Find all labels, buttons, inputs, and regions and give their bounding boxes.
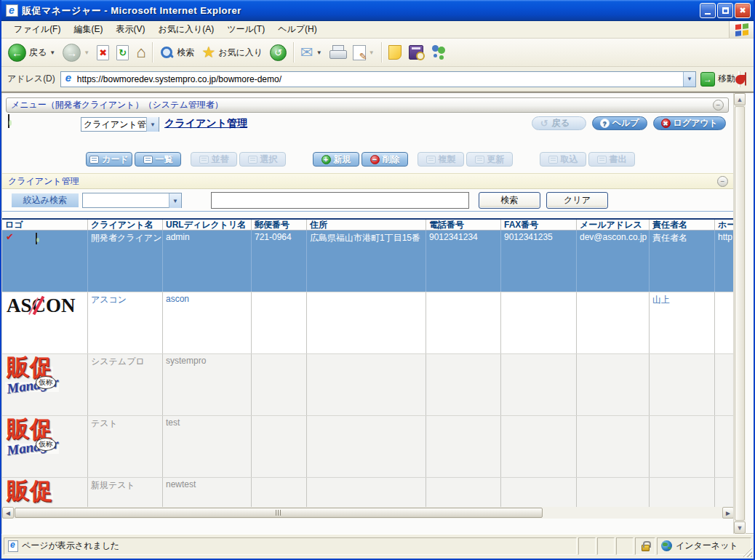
- page-menu-header: メニュー（開発者クライアント）（システム管理者） −: [6, 97, 729, 113]
- toolbar-separator: [152, 42, 153, 63]
- research-button[interactable]: [405, 44, 427, 61]
- col-url-dir[interactable]: URLディレクトリ名: [163, 220, 252, 230]
- col-fax[interactable]: FAX番号: [501, 220, 577, 230]
- status-pane: [597, 537, 615, 555]
- research-book-icon: [409, 45, 423, 60]
- filter-search-button[interactable]: 検索: [479, 192, 540, 209]
- address-label: アドレス(D): [4, 73, 60, 85]
- scroll-down-icon[interactable]: ▼: [734, 521, 746, 534]
- section-title: クライアント管理: [8, 175, 717, 188]
- menu-favorites[interactable]: お気に入り(A): [151, 22, 220, 37]
- menu-tools[interactable]: ツール(T): [220, 22, 271, 37]
- card-view-button[interactable]: カード: [86, 152, 132, 167]
- delete-minus-icon: −: [370, 155, 380, 164]
- card-view-icon: [89, 156, 99, 164]
- toolbar-separator: [293, 42, 294, 63]
- col-logo[interactable]: ロゴ: [2, 220, 88, 230]
- scroll-right-icon[interactable]: ►: [722, 507, 733, 519]
- cell-manager: [650, 354, 715, 415]
- cell-zip: 721-0964: [252, 231, 307, 292]
- refresh-button[interactable]: ↻: [113, 44, 132, 62]
- messenger-button[interactable]: [427, 44, 452, 61]
- print-button[interactable]: [326, 44, 349, 62]
- section-header: クライアント管理 −: [2, 173, 733, 189]
- table-row[interactable]: ASCON アスコン ascon 山上: [2, 292, 733, 354]
- menu-file[interactable]: ファイル(F): [7, 22, 67, 37]
- favorites-button[interactable]: ★ お気に入り: [198, 42, 266, 63]
- mail-button[interactable]: ✉ ▼: [297, 42, 326, 63]
- search-button[interactable]: 検索: [156, 44, 198, 61]
- cell-address: [307, 478, 426, 507]
- go-button[interactable]: → 移動: [700, 72, 735, 87]
- table-row[interactable]: 販促 Manager 仮称 システムプロ systempro: [2, 354, 733, 416]
- pdf-toolbar-zone: [740, 71, 751, 87]
- menu-view[interactable]: 表示(V): [109, 22, 151, 37]
- col-tel[interactable]: 電話番号: [426, 220, 501, 230]
- table-row[interactable]: 販促 新規テスト newtest: [2, 478, 733, 507]
- cell-address: [307, 292, 426, 353]
- col-zip[interactable]: 郵便番号: [252, 220, 307, 230]
- adobe-pdf-icon[interactable]: [745, 72, 746, 86]
- module-select[interactable]: クライアント管理 ▼: [81, 117, 159, 132]
- address-field[interactable]: ▼: [60, 71, 696, 87]
- back-dropdown-icon[interactable]: ▼: [49, 49, 55, 56]
- horizontal-scrollbar[interactable]: ◄ ►: [2, 507, 733, 519]
- home-button[interactable]: ⌂: [132, 44, 149, 61]
- close-button[interactable]: ✖: [735, 3, 751, 18]
- update-button: 更新: [466, 152, 513, 167]
- status-message: ページが表示されました: [22, 540, 119, 552]
- scroll-left-icon[interactable]: ◄: [2, 507, 14, 519]
- vertical-scroll-thumb[interactable]: [735, 106, 745, 521]
- back-button[interactable]: ← 戻る ▼: [4, 42, 59, 63]
- cell-client-name: テスト: [88, 416, 163, 477]
- horizontal-scroll-thumb[interactable]: [15, 508, 543, 518]
- address-dropdown-icon[interactable]: ▼: [683, 72, 695, 87]
- module-select-arrow-icon[interactable]: ▼: [146, 117, 159, 132]
- stop-button[interactable]: ✖: [93, 44, 113, 62]
- forward-button[interactable]: → ▼: [59, 42, 93, 63]
- favorites-label: お気に入り: [218, 47, 263, 59]
- collapse-section-icon[interactable]: −: [717, 176, 728, 187]
- cell-fax: [501, 354, 577, 415]
- url-favicon: [63, 73, 75, 85]
- back-icon: ←: [8, 44, 26, 62]
- new-button[interactable]: + 新規: [313, 152, 359, 167]
- scroll-up-icon[interactable]: ▲: [734, 93, 746, 105]
- history-button[interactable]: ↺: [266, 43, 290, 63]
- filter-keyword-input[interactable]: [211, 192, 469, 209]
- mail-dropdown-icon[interactable]: ▼: [316, 49, 322, 56]
- list-view-button[interactable]: 一覧: [135, 152, 181, 167]
- edit-button[interactable]: ▼: [349, 44, 378, 62]
- module-link[interactable]: クライアント管理: [164, 117, 247, 130]
- page-back-icon: ↺: [540, 119, 549, 128]
- col-address[interactable]: 住所: [307, 220, 426, 230]
- col-email[interactable]: メールアドレス: [577, 220, 650, 230]
- col-client-name[interactable]: クライアント名: [88, 220, 163, 230]
- filter-select-arrow-icon[interactable]: ▼: [169, 193, 181, 208]
- logout-button[interactable]: ✖ ログアウト: [653, 116, 726, 130]
- discuss-button[interactable]: [385, 44, 405, 61]
- minimize-button[interactable]: [700, 3, 716, 18]
- delete-button[interactable]: − 削除: [361, 152, 408, 167]
- cell-url-dir: systempro: [163, 354, 252, 415]
- vertical-scrollbar[interactable]: ▲ ▼: [733, 93, 746, 534]
- menu-help[interactable]: ヘルプ(H): [271, 22, 324, 37]
- filter-select[interactable]: ▼: [82, 193, 182, 208]
- list-view-icon: [143, 156, 153, 164]
- collapse-panel-icon[interactable]: −: [713, 100, 724, 111]
- messenger-icon: [431, 45, 448, 60]
- table-row[interactable]: ✔ 開発者クライアント admin 721-0964 広島県福山市港町1丁目15…: [2, 231, 733, 292]
- cell-email: [577, 292, 650, 353]
- table-row[interactable]: 販促 Manager 仮称 テスト test: [2, 416, 733, 478]
- search-label: 検索: [177, 47, 194, 59]
- maximize-button[interactable]: [717, 3, 733, 18]
- menu-edit[interactable]: 編集(E): [67, 22, 109, 37]
- col-manager[interactable]: 責任者名: [650, 220, 715, 230]
- forward-dropdown-icon: ▼: [84, 49, 89, 56]
- window-resize-grip[interactable]: [743, 548, 752, 557]
- mail-icon: ✉: [300, 44, 313, 61]
- help-button[interactable]: ? ヘルプ: [592, 116, 647, 130]
- address-input[interactable]: [77, 74, 683, 84]
- col-home[interactable]: ホー: [715, 220, 733, 230]
- filter-clear-button[interactable]: クリア: [546, 192, 608, 209]
